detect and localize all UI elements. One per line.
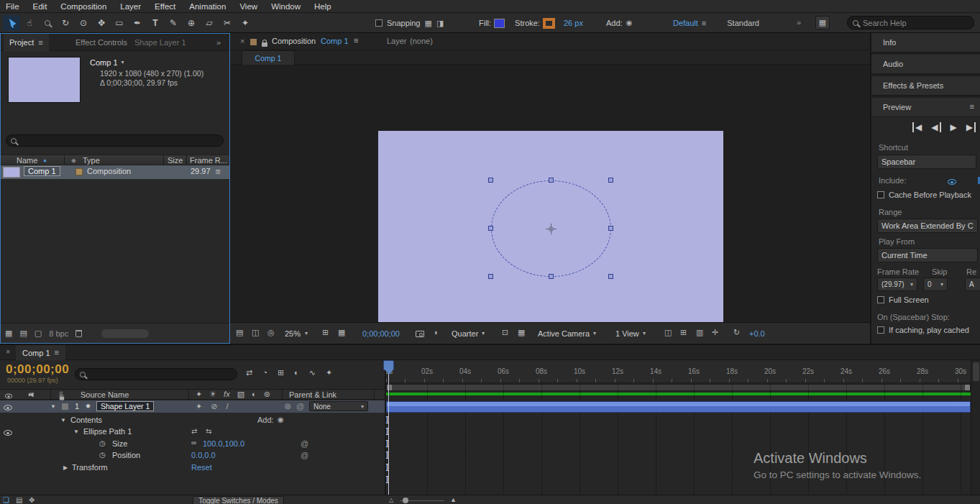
lock-icon[interactable] — [262, 42, 267, 47]
composition-canvas[interactable] — [378, 131, 723, 325]
current-time-indicator[interactable] — [383, 360, 394, 370]
shape-tool[interactable]: ▭ — [111, 15, 128, 31]
search-help-input[interactable] — [863, 19, 963, 27]
stroke-width-value[interactable]: 26 px — [564, 19, 583, 27]
frame-rate-dropdown[interactable]: (29.97) ▾ — [877, 278, 917, 291]
tab-timeline-comp1[interactable]: Comp 1 ≡ — [16, 345, 65, 360]
menu-effect[interactable]: Effect — [155, 2, 175, 11]
timeline-search[interactable] — [75, 368, 237, 380]
graph-editor-icon[interactable]: ✦ — [326, 369, 332, 377]
clone-stamp-tool[interactable]: ⊕ — [183, 15, 200, 31]
pan-behind-tool[interactable]: ✥ — [93, 15, 110, 31]
path-visibility-toggle[interactable] — [4, 430, 12, 436]
twirl-down-icon[interactable]: ▼ — [50, 403, 56, 410]
project-tab-overflow[interactable]: » — [216, 38, 221, 47]
tab-layer-label[interactable]: Layer — [387, 37, 407, 45]
ellipse-path-label[interactable]: Ellipse Path 1 — [83, 427, 132, 436]
mask-visibility-icon[interactable]: ▦ — [338, 329, 345, 336]
menu-animation[interactable]: Animation — [189, 2, 226, 11]
view-layout-value[interactable]: 1 View — [615, 329, 639, 338]
source-name-column[interactable]: Source Name — [81, 390, 129, 399]
close-icon[interactable]: × — [6, 347, 10, 356]
full-screen-checkbox[interactable] — [877, 296, 884, 303]
parent-dropdown[interactable]: None ▾ — [309, 401, 368, 411]
selection-handle[interactable] — [549, 274, 554, 279]
selection-handle[interactable] — [488, 274, 493, 279]
preview-monitor-icon[interactable]: ▤ — [236, 329, 243, 336]
workspace-standard[interactable]: Standard — [727, 19, 759, 27]
chevron-down-icon[interactable]: ▾ — [643, 331, 646, 336]
stroke-swatch[interactable] — [543, 18, 555, 29]
layer-visibility-toggle[interactable] — [4, 405, 12, 411]
chevron-down-icon[interactable]: ▾ — [305, 331, 308, 336]
layer-duration-bar[interactable] — [386, 401, 971, 413]
selection-tool[interactable] — [3, 15, 20, 31]
workspace-menu-icon[interactable]: ≡ — [702, 19, 706, 27]
threed-switch-icon[interactable]: ⊛ — [264, 390, 270, 398]
panel-menu-icon[interactable]: ≡ — [970, 103, 974, 111]
position-label[interactable]: Position — [112, 451, 140, 459]
pickwhip-at-icon[interactable]: @ — [301, 451, 308, 459]
show-channel-icon[interactable]: ◐ — [434, 329, 439, 336]
horizontal-scrollbar[interactable] — [101, 329, 149, 338]
adjustment-switch-icon[interactable]: ◐ — [252, 390, 257, 398]
interpret-footage-icon[interactable]: ▦ — [5, 329, 12, 337]
current-time-display[interactable]: 0;00;00;00 — [6, 362, 69, 377]
workspace-default[interactable]: Default — [673, 19, 698, 27]
selection-handle[interactable] — [549, 178, 554, 183]
range-dropdown[interactable]: Work Area Extended By C — [877, 219, 978, 233]
draft-3d-icon[interactable]: ◔ — [262, 369, 267, 377]
shy-layers-icon[interactable]: ⊞ — [278, 369, 284, 377]
project-row-comp1[interactable]: Comp 1 Composition 29.97 ≣ — [1, 165, 229, 179]
next-frame-button[interactable]: ▶ — [966, 122, 976, 132]
play-from-dropdown[interactable]: Current Time — [877, 248, 978, 262]
work-area-end-handle[interactable] — [965, 385, 970, 390]
selection-handle[interactable] — [488, 226, 493, 231]
menu-view[interactable]: View — [239, 2, 257, 11]
pen-tool[interactable]: ✒ — [129, 15, 146, 31]
camera-view-value[interactable]: Active Camera — [538, 329, 590, 338]
project-bpc[interactable]: 8 bpc — [49, 329, 68, 338]
menu-help[interactable]: Help — [314, 2, 331, 11]
camera-tool[interactable]: ⊙ — [75, 15, 92, 31]
skip-dropdown[interactable]: 0 ▾ — [923, 278, 948, 291]
pixel-aspect-icon[interactable]: ◫ — [664, 329, 672, 336]
layer-name-field[interactable]: Shape Layer 1 — [96, 401, 154, 411]
expand-layer-panel-icon[interactable]: ❏ — [3, 497, 9, 504]
transform-label[interactable]: Transform — [72, 463, 108, 472]
selection-handle[interactable] — [608, 226, 613, 231]
hand-tool[interactable]: ☝ — [21, 15, 38, 31]
close-icon[interactable]: × — [240, 37, 244, 45]
selection-handle[interactable] — [608, 274, 613, 279]
anchor-point[interactable] — [546, 224, 557, 234]
constrain-link-icon[interactable]: ∞ — [191, 439, 196, 446]
column-size[interactable]: Size — [168, 156, 183, 165]
video-column-icon[interactable] — [5, 394, 12, 399]
layer-quality-icon[interactable]: ✦ — [196, 403, 202, 411]
roto-brush-tool[interactable]: ✂ — [219, 15, 236, 31]
first-frame-button[interactable]: ◀ — [912, 122, 922, 132]
grid-guides-icon[interactable]: ⊞ — [322, 329, 329, 336]
tab-composition-comp-name[interactable]: Comp 1 — [321, 37, 349, 45]
motion-blur-switch-icon[interactable]: ▧ — [237, 390, 244, 398]
layer-row-shape-layer-1[interactable]: ▼ 1 ★ Shape Layer 1 ✦ ⊘ / ◎ @ None ▾ — [0, 400, 385, 413]
column-name[interactable]: Name — [17, 156, 37, 165]
tab-project[interactable]: Project ≡ — [4, 34, 49, 51]
chevron-down-icon[interactable]: ▾ — [593, 331, 596, 336]
vertical-scrollbar-thumb[interactable] — [973, 362, 979, 381]
brush-tool[interactable]: ✎ — [165, 15, 182, 31]
trash-icon[interactable] — [75, 330, 82, 337]
zoom-in-icon[interactable]: ▲ — [450, 497, 457, 503]
zoom-tool[interactable] — [39, 15, 56, 31]
contents-label[interactable]: Contents — [70, 416, 102, 424]
layer-label-chip[interactable] — [62, 403, 68, 410]
panel-info[interactable]: Info — [871, 33, 980, 52]
project-search[interactable] — [6, 134, 224, 147]
magnification-value[interactable]: 25% — [285, 329, 301, 338]
chevron-down-icon[interactable]: ▾ — [122, 60, 124, 65]
menu-file[interactable]: File — [6, 2, 19, 11]
parent-link-column[interactable]: Parent & Link — [289, 390, 336, 399]
panel-audio[interactable]: Audio — [871, 55, 980, 74]
tab-effect-controls[interactable]: Effect Controls — [75, 38, 127, 47]
size-label[interactable]: Size — [112, 439, 127, 448]
